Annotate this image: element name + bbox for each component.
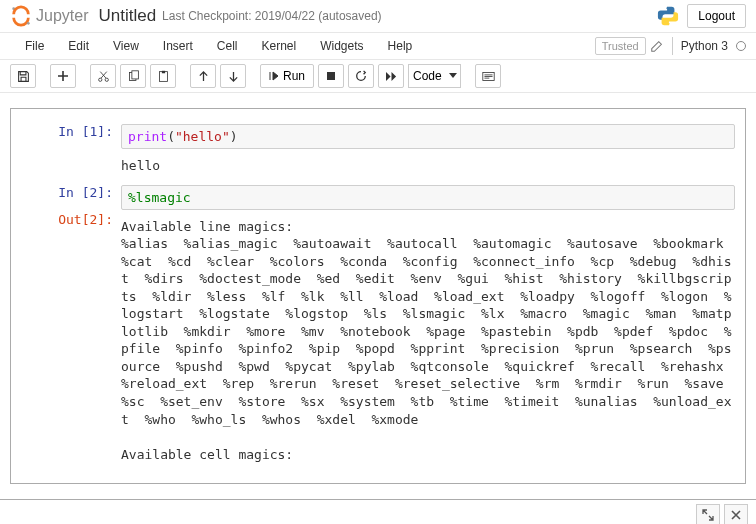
add-cell-button[interactable] bbox=[50, 64, 76, 88]
svg-rect-10 bbox=[327, 72, 335, 80]
svg-point-2 bbox=[664, 8, 666, 10]
paste-button[interactable] bbox=[150, 64, 176, 88]
header: Jupyter Untitled Last Checkpoint: 2019/0… bbox=[0, 0, 756, 33]
kernel-name[interactable]: Python 3 bbox=[681, 39, 728, 53]
svg-point-4 bbox=[98, 78, 101, 81]
checkpoint-text: Last Checkpoint: 2019/04/22 (autosaved) bbox=[162, 9, 381, 23]
code-cell[interactable]: In [2]: %lsmagic bbox=[21, 185, 735, 210]
run-button[interactable]: Run bbox=[260, 64, 314, 88]
run-label: Run bbox=[283, 69, 305, 83]
menu-help[interactable]: Help bbox=[376, 35, 425, 57]
save-button[interactable] bbox=[10, 64, 36, 88]
run-icon bbox=[269, 71, 279, 81]
restart-button[interactable] bbox=[348, 64, 374, 88]
menu-kernel[interactable]: Kernel bbox=[250, 35, 309, 57]
svg-point-5 bbox=[105, 78, 108, 81]
toolbar: Run Code bbox=[0, 60, 756, 93]
code-cell[interactable]: In [1]: print("hello") bbox=[21, 124, 735, 149]
pager-close-button[interactable] bbox=[724, 504, 748, 524]
jupyter-logo[interactable]: Jupyter bbox=[10, 5, 88, 27]
kernel-indicator: Python 3 bbox=[650, 37, 746, 55]
celltype-select[interactable]: Code bbox=[408, 64, 461, 88]
logo-text: Jupyter bbox=[36, 7, 88, 25]
pager-expand-button[interactable] bbox=[696, 504, 720, 524]
stream-output: hello bbox=[121, 151, 735, 183]
execute-result: Available line magics: %alias %alias_mag… bbox=[121, 212, 735, 472]
pager: IPython's 'magic' functions ============… bbox=[0, 499, 756, 524]
menu-insert[interactable]: Insert bbox=[151, 35, 205, 57]
code-input[interactable]: print("hello") bbox=[121, 124, 735, 149]
move-down-button[interactable] bbox=[220, 64, 246, 88]
logout-button[interactable]: Logout bbox=[687, 4, 746, 28]
menu-file[interactable]: File bbox=[10, 35, 56, 57]
menu-widgets[interactable]: Widgets bbox=[308, 35, 375, 57]
menu-edit[interactable]: Edit bbox=[56, 35, 101, 57]
pager-controls bbox=[0, 500, 756, 524]
pencil-icon[interactable] bbox=[650, 39, 664, 53]
menubar: File Edit View Insert Cell Kernel Widget… bbox=[0, 33, 756, 60]
input-prompt: In [1]: bbox=[21, 124, 121, 149]
interrupt-button[interactable] bbox=[318, 64, 344, 88]
menu-cell[interactable]: Cell bbox=[205, 35, 250, 57]
menu-view[interactable]: View bbox=[101, 35, 151, 57]
trusted-indicator[interactable]: Trusted bbox=[595, 37, 646, 55]
close-icon bbox=[731, 510, 741, 520]
svg-point-3 bbox=[671, 22, 673, 24]
notebook-container: In [1]: print("hello") hello In [2]: %ls… bbox=[0, 93, 756, 499]
jupyter-icon bbox=[10, 5, 32, 27]
output-area: hello bbox=[21, 151, 735, 183]
copy-button[interactable] bbox=[120, 64, 146, 88]
command-palette-button[interactable] bbox=[475, 64, 501, 88]
kernel-status-icon bbox=[736, 41, 746, 51]
restart-run-all-button[interactable] bbox=[378, 64, 404, 88]
notebook: In [1]: print("hello") hello In [2]: %ls… bbox=[10, 108, 746, 484]
svg-rect-7 bbox=[131, 70, 138, 78]
python-icon bbox=[657, 5, 679, 27]
svg-rect-9 bbox=[161, 70, 164, 72]
input-prompt: In [2]: bbox=[21, 185, 121, 210]
output-area: Out[2]: Available line magics: %alias %a… bbox=[21, 212, 735, 472]
expand-icon bbox=[702, 509, 714, 521]
move-up-button[interactable] bbox=[190, 64, 216, 88]
output-prompt: Out[2]: bbox=[21, 212, 121, 472]
code-input[interactable]: %lsmagic bbox=[121, 185, 735, 210]
notebook-title[interactable]: Untitled bbox=[98, 6, 156, 26]
cut-button[interactable] bbox=[90, 64, 116, 88]
svg-point-1 bbox=[27, 22, 30, 25]
